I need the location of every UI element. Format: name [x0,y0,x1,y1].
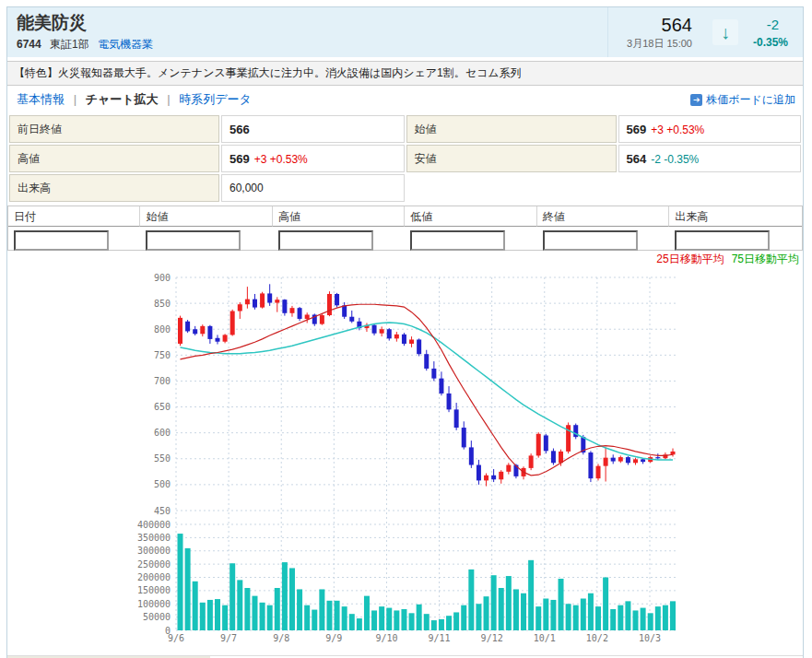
stock-code: 6744 [17,38,41,51]
ohlc-input-panel: 日付 始値 高値 低値 終値 出来高 [7,206,803,251]
quote-summary-table: 前日終値 566 始値 569+3 +0.53% 高値 569+3 +0.53%… [7,113,803,204]
close-input[interactable] [543,230,638,251]
nav-basic-info-link[interactable]: 基本情報 [17,92,65,106]
arrow-right-icon: ➔ [690,94,702,106]
svg-text:50000: 50000 [143,612,171,622]
svg-text:9/12: 9/12 [481,633,503,643]
svg-text:750: 750 [154,350,171,360]
candlestick-volume-chart: 4505005506006507007508008509000500001000… [7,266,805,653]
volume-value: 60,000 [221,174,405,202]
price-timestamp: 3月18日 15:00 [627,37,692,51]
volume-input[interactable] [675,230,770,251]
input-column-open: 始値 [140,206,272,250]
svg-text:400000: 400000 [137,520,171,530]
company-feature-text: 【特色】火災報知器最大手。メンテナンス事業拡大に注力中。消火設備は国内シェア1割… [7,61,803,86]
date-input[interactable] [14,230,109,251]
stock-chart: 4505005506006507007508008509000500001000… [7,266,803,653]
svg-text:800: 800 [154,324,171,335]
svg-text:100000: 100000 [137,599,171,609]
stock-identity: 能美防災 6744 東証1部 電気機器業 [7,7,607,57]
high-change: +3 +0.53% [254,153,308,166]
input-column-date: 日付 [8,206,140,250]
legend-ma75: 75日移動平均 [732,253,799,265]
table-row: 高値 569+3 +0.53% 安値 564-2 -0.35% [9,145,801,172]
svg-text:600: 600 [154,428,171,438]
table-row: 前日終値 566 始値 569+3 +0.53% [9,115,801,143]
svg-text:9/11: 9/11 [429,633,451,643]
low-input-label: 低値 [405,206,536,227]
legend-ma25: 25日移動平均 [656,253,724,265]
prev-close-value: 566 [221,115,405,143]
open-input[interactable] [146,230,241,251]
svg-text:900: 900 [154,273,171,283]
add-to-price-board-link[interactable]: ➔ 株価ボードに追加 [690,92,795,108]
close-input-label: 終値 [537,206,669,227]
prev-close-label: 前日終値 [9,115,219,143]
low-change: -2 -0.35% [651,153,699,166]
low-label: 安値 [406,145,617,172]
svg-text:850: 850 [154,299,171,309]
svg-text:700: 700 [154,376,171,386]
high-input[interactable] [278,230,373,251]
add-to-price-board-label: 株価ボードに追加 [706,92,795,108]
input-column-low: 低値 [405,206,536,250]
open-value: 569+3 +0.53% [618,115,802,143]
industry-link[interactable]: 電気機器業 [98,38,153,51]
svg-text:250000: 250000 [137,559,171,570]
date-label: 日付 [8,206,140,227]
svg-text:450: 450 [154,506,171,516]
volume-input-label: 出来高 [669,206,801,227]
nav-time-series-link[interactable]: 時系列データ [179,92,252,106]
price-direction-badge: ↓ [712,19,738,45]
price-change: -2 [753,17,788,33]
table-row: 出来高 60,000 [9,174,801,202]
current-price: 564 [627,15,692,35]
stock-header: 能美防災 6744 東証1部 電気機器業 564 3月18日 15:00 ↓ -… [7,7,803,57]
svg-text:550: 550 [154,453,171,464]
market-section: 東証1部 [50,38,89,51]
svg-text:10/3: 10/3 [639,633,661,643]
high-input-label: 高値 [273,206,405,227]
page-nav: 基本情報 | チャート拡大 | 時系列データ ➔ 株価ボードに追加 [7,86,803,113]
open-change: +3 +0.53% [651,123,704,136]
input-column-close: 終値 [537,206,669,250]
svg-text:150000: 150000 [137,585,171,595]
high-value: 569+3 +0.53% [221,145,405,172]
nav-chart-expand-current[interactable]: チャート拡大 [86,92,159,106]
nav-separator: | [74,92,76,106]
svg-text:300000: 300000 [137,546,171,556]
stock-name: 能美防災 [17,12,607,34]
volume-label: 出来高 [9,174,219,202]
empty-cell [406,174,802,202]
svg-text:9/9: 9/9 [325,633,342,643]
open-label: 始値 [406,115,617,143]
svg-text:9/7: 9/7 [220,633,237,643]
svg-text:500: 500 [154,479,171,489]
svg-text:10/2: 10/2 [586,633,608,643]
input-column-volume: 出来高 [669,206,801,250]
svg-text:650: 650 [154,402,171,412]
svg-text:9/8: 9/8 [273,633,289,643]
price-panel: 564 3月18日 15:00 ↓ -2 -0.35% [607,7,803,57]
svg-text:10/1: 10/1 [534,633,556,643]
svg-text:9/6: 9/6 [168,633,184,643]
price-change-percent: -0.35% [753,36,788,49]
stock-detail-page: 能美防災 6744 東証1部 電気機器業 564 3月18日 15:00 ↓ -… [6,6,804,658]
svg-text:9/10: 9/10 [375,633,397,643]
down-arrow-icon: ↓ [721,22,730,42]
low-value: 564-2 -0.35% [618,145,802,172]
high-label: 高値 [9,145,219,172]
svg-text:350000: 350000 [137,533,171,543]
open-input-label: 始値 [140,206,272,227]
input-column-high: 高値 [273,206,405,250]
nav-separator: | [167,92,170,106]
svg-text:200000: 200000 [137,572,171,582]
low-input[interactable] [410,230,505,251]
